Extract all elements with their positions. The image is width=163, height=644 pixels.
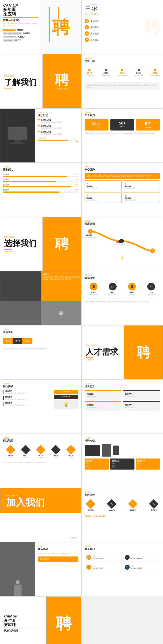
join-step-label-1: 简历投递 — [87, 509, 94, 511]
cover-menu: 公司发展的轨迹介绍 了解我们 发展平台规划推 选择平台规划推 选择我们 公司现阶… — [3, 29, 38, 42]
talent-tag: 快加入我们吧 — [86, 344, 120, 347]
join-photo-title: 团队风采 — [38, 548, 78, 551]
prog-pct-1: 85% — [75, 173, 78, 176]
device-laptop — [85, 445, 100, 456]
menu-item-2: 发展平台规划推 选择平台规划推 选择我们 — [3, 32, 38, 35]
feat-icon-4: ◆ — [125, 194, 158, 197]
icon-card-3: 🎓 优势三 点击输入说明文字 — [123, 283, 141, 296]
join-diamond-1: ◇ — [86, 499, 95, 509]
join-tag: 加入我们 — [85, 491, 160, 493]
arrow-3: 第三步 — [22, 338, 33, 344]
diamond-3: 岗位三 点击输入 — [37, 446, 44, 458]
about-label-1: 点击输入标题 — [41, 119, 63, 121]
t2-label-1: 资历要求 — [87, 393, 119, 395]
contact-icon-2: 📞 — [125, 555, 130, 560]
t2-label-2: 技能要求 — [125, 393, 158, 395]
deco-line-2 — [58, 7, 59, 18]
prog-fill-3 — [3, 186, 71, 188]
diamond-tag: 人才需求 — [3, 437, 78, 439]
timeline-text-5: 公司发展里程碑 — [150, 74, 160, 76]
about-photo — [0, 108, 35, 162]
stat-value-2: 50+ — [112, 121, 132, 126]
join-photo-tag: 加入我们 — [38, 545, 78, 548]
feat-item-4: ◆ 深化战略 点击输入说明文字 — [123, 192, 160, 203]
diamond-shape-2 — [21, 445, 31, 454]
join-icon-2: ◇ — [111, 502, 113, 506]
icon-card-2: 🎓 优势二 点击输入说明文字 — [104, 283, 121, 296]
icon-label-1: 优势一 — [85, 292, 102, 294]
t2-text-3: 点击输入说明文字 — [87, 407, 119, 409]
prog-label-2: 设计能力 — [3, 178, 9, 181]
slide-photo-1: 了解我们 点击输入说明文字点击输入说明文字点击输入说明文字点击输入说明文字点击输… — [0, 271, 82, 325]
photo-cell-2 — [0, 301, 41, 325]
cover-title-cn: 多年逼 来应聘 — [3, 7, 38, 17]
section-line — [4, 88, 12, 88]
icon-label-4: 优势四 — [142, 292, 160, 294]
t1-text-1: 点击输入说明文字点击输入说明文字 — [5, 392, 52, 394]
talent2-item-2: 技能要求 点击输入说明文字 — [123, 390, 160, 400]
about-title: 关于我们 — [38, 114, 78, 117]
person-silhouette — [14, 580, 22, 596]
end-subtitle: 快加入我们吧 — [4, 628, 43, 632]
timeline-points: 2012 公司发展里程碑 2015 公司发展里程碑 2016 公司发展里程碑 — [85, 69, 160, 76]
slide-scurve: 选择我们 发展路径 1 2 3 岗前培训 点击输入说明文字 — [82, 217, 163, 271]
join-diamond-4: ◇ — [149, 499, 158, 509]
t1-label-3: 经验要求 — [5, 402, 52, 404]
join-step-1: ◇ 简历投递 — [87, 500, 94, 511]
prog-fill-4 — [3, 192, 60, 193]
icon-text-4: 点击输入说明文字 — [142, 294, 160, 296]
scurve-tag: 选择我们 — [85, 220, 160, 222]
stand — [15, 140, 21, 143]
timeline-text-2: 公司发展里程碑 — [101, 74, 111, 76]
role-title-3: 招聘岗位丙 — [137, 460, 158, 462]
timeline-text-4: 公司发展里程碑 — [134, 74, 144, 76]
join-photo-right: 加入我们 团队风采 点击输入说明文字点击输入说明文字点击输入说明文字 快加入我们… — [35, 542, 81, 596]
stat-value-3: 8年 — [138, 121, 158, 126]
end-deco-char: 聘 — [56, 616, 72, 631]
talent-char: 聘 — [137, 344, 150, 362]
contact-item-2: 📞 电话 点击输入联系电话 — [123, 553, 160, 562]
feat-text-2: 点击输入说明文字 — [125, 188, 158, 189]
prog-item-4: 服务能力 75% — [3, 189, 78, 193]
person-body — [14, 584, 22, 596]
skill-track — [38, 140, 78, 140]
roles-grid: 招聘岗位甲 要求一 要求二 要求三 招聘岗位乙 要求一 要求二 要求三 招聘岗位… — [85, 458, 160, 470]
diamond-label-3: 岗位三 — [37, 455, 44, 457]
menu-label-2: 选择我们 — [23, 32, 30, 35]
timeline-year-1: 2012 — [85, 72, 94, 74]
skill-label: 点击输入说明 — [38, 137, 78, 139]
slide-talent-2: 人才需求 综合能力 资历要求 点击输入说明文字 技能要求 点击输入说明文字 经验… — [82, 380, 163, 434]
stat-label-1: 员工人数 — [87, 126, 106, 128]
photo-grid: 了解我们 点击输入说明文字点击输入说明文字点击输入说明文字点击输入说明文字点击输… — [0, 271, 81, 325]
photo-cell-1 — [0, 271, 41, 301]
end-title-cn: 多年逼 来应聘 — [4, 618, 43, 627]
diamond-shape-5 — [66, 445, 75, 454]
slide-progress: 了解我们 团队能力 策划能力 85% 设计能力 70% — [0, 163, 82, 217]
timeline-dot-1 — [88, 69, 91, 71]
diamond-4: 岗位四 点击输入 — [52, 446, 59, 458]
talent1-tag: 人才需求 — [3, 382, 78, 385]
contact-val-4: 点击输入公司网址 — [131, 567, 142, 569]
about-dot-3 — [38, 131, 40, 132]
prog-track-2 — [3, 181, 78, 182]
talent2-item-1: 资历要求 点击输入说明文字 — [85, 390, 121, 400]
menu-label-1: 了解我们 — [17, 29, 24, 31]
slide-talent-1: 人才需求 岗位要求 资历要求 点击输入说明文字点击输入说明文字 技能要求 点击输… — [0, 380, 82, 434]
join-step-2: ◇ 初步筛选 — [108, 500, 115, 511]
role-item-2-1: 要求一 — [112, 463, 133, 464]
slide-stats: 了解我们 关于我们 120+ 员工人数 50+ 服务客户 8年 行业经验 点击输… — [82, 108, 163, 163]
timeline-text-3: 公司发展里程碑 — [117, 74, 127, 76]
join-connector-1 — [99, 506, 103, 506]
about-item-1: 点击输入标题 点击输入说明文字点击输入说明文字 — [38, 119, 78, 123]
talent2-title: 综合能力 — [85, 385, 160, 388]
timeline-dot-3 — [121, 69, 123, 71]
t2-text-2: 点击输入说明文字 — [125, 396, 158, 398]
scurve-visual: 1 2 3 岗前培训 点击输入说明文字 公司愿景 点击输入说明文字 — [85, 228, 160, 254]
arrows-title: 流程说明 — [3, 330, 78, 334]
join-step-3: ◇ 面试邀约 — [129, 500, 136, 511]
join-section-tag: 快加入我们吧 — [6, 494, 76, 497]
menu-tag-4: 应聘流程及来源 — [3, 39, 13, 42]
scurve-icon-char: ⚡ — [85, 256, 160, 260]
menu-tag-3: 公司现阶段的招聘标准 — [3, 36, 17, 38]
prog-pct-3: 90% — [75, 184, 78, 186]
